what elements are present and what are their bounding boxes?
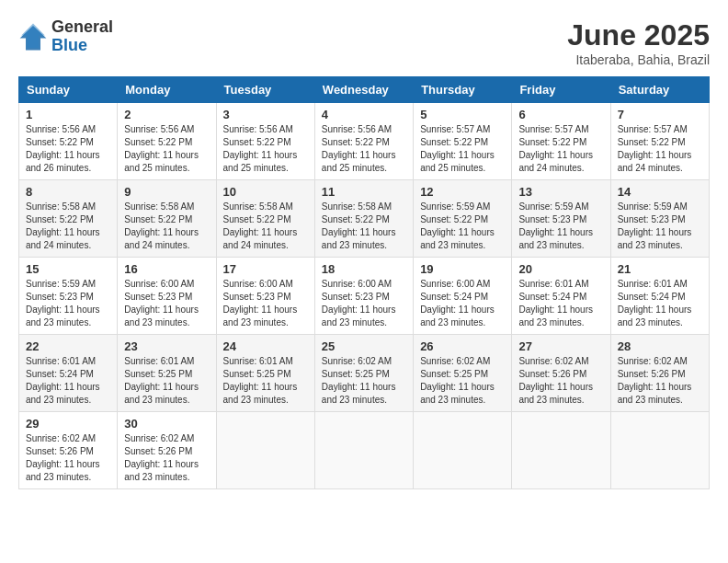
day-number: 5 [420,108,505,121]
day-info: Sunrise: 5:59 AMSunset: 5:22 PMDaylight:… [420,201,495,250]
calendar-cell: 7 Sunrise: 5:57 AMSunset: 5:22 PMDayligh… [610,103,709,180]
day-number: 7 [618,108,702,121]
day-info: Sunrise: 5:58 AMSunset: 5:22 PMDaylight:… [223,201,298,250]
day-number: 26 [420,339,505,353]
day-info: Sunrise: 5:56 AMSunset: 5:22 PMDaylight:… [223,124,298,173]
day-info: Sunrise: 5:59 AMSunset: 5:23 PMDaylight:… [26,279,100,327]
day-info: Sunrise: 6:02 AMSunset: 5:25 PMDaylight:… [322,356,396,405]
calendar-cell: 16 Sunrise: 6:00 AMSunset: 5:23 PMDaylig… [118,258,216,335]
calendar-cell: 12 Sunrise: 5:59 AMSunset: 5:22 PMDaylig… [414,180,512,258]
day-number: 18 [322,262,406,276]
day-number: 21 [618,262,702,276]
day-info: Sunrise: 5:57 AMSunset: 5:22 PMDaylight:… [420,124,495,173]
calendar-cell: 2 Sunrise: 5:56 AMSunset: 5:22 PMDayligh… [118,103,216,180]
calendar-cell: 3 Sunrise: 5:56 AMSunset: 5:22 PMDayligh… [216,103,314,180]
day-info: Sunrise: 6:01 AMSunset: 5:24 PMDaylight:… [518,279,593,327]
day-info: Sunrise: 6:01 AMSunset: 5:25 PMDaylight:… [223,356,298,405]
column-header-thursday: Thursday [414,77,512,103]
day-info: Sunrise: 6:02 AMSunset: 5:25 PMDaylight:… [420,356,495,405]
day-number: 9 [124,185,209,199]
day-info: Sunrise: 6:01 AMSunset: 5:25 PMDaylight:… [124,356,199,405]
calendar-cell: 8 Sunrise: 5:58 AMSunset: 5:22 PMDayligh… [19,180,118,258]
day-number: 12 [420,185,505,199]
day-number: 13 [518,185,603,199]
day-info: Sunrise: 5:59 AMSunset: 5:23 PMDaylight:… [518,201,593,250]
calendar-week-row: 8 Sunrise: 5:58 AMSunset: 5:22 PMDayligh… [19,180,710,258]
page-header: General Blue June 2025 Itaberaba, Bahia,… [18,18,710,67]
day-info: Sunrise: 5:56 AMSunset: 5:22 PMDaylight:… [124,124,199,173]
day-info: Sunrise: 6:02 AMSunset: 5:26 PMDaylight:… [26,433,100,482]
calendar-cell: 4 Sunrise: 5:56 AMSunset: 5:22 PMDayligh… [314,103,413,180]
calendar-week-row: 15 Sunrise: 5:59 AMSunset: 5:23 PMDaylig… [19,258,710,335]
day-info: Sunrise: 5:56 AMSunset: 5:22 PMDaylight:… [26,124,100,173]
calendar-header-row: SundayMondayTuesdayWednesdayThursdayFrid… [19,77,710,103]
calendar-cell: 10 Sunrise: 5:58 AMSunset: 5:22 PMDaylig… [216,180,314,258]
calendar-cell: 26 Sunrise: 6:02 AMSunset: 5:25 PMDaylig… [414,335,512,412]
day-number: 28 [618,339,702,353]
day-info: Sunrise: 5:56 AMSunset: 5:22 PMDaylight:… [322,124,396,173]
calendar-cell [216,412,314,489]
day-number: 17 [223,262,308,276]
calendar-cell: 30 Sunrise: 6:02 AMSunset: 5:26 PMDaylig… [118,412,216,489]
calendar-cell: 27 Sunrise: 6:02 AMSunset: 5:26 PMDaylig… [512,335,610,412]
day-number: 2 [124,108,209,121]
calendar-cell: 22 Sunrise: 6:01 AMSunset: 5:24 PMDaylig… [19,335,118,412]
day-info: Sunrise: 6:02 AMSunset: 5:26 PMDaylight:… [618,356,692,405]
day-number: 27 [518,339,603,353]
calendar-cell: 13 Sunrise: 5:59 AMSunset: 5:23 PMDaylig… [512,180,610,258]
calendar-cell: 18 Sunrise: 6:00 AMSunset: 5:23 PMDaylig… [314,258,413,335]
column-header-monday: Monday [118,77,216,103]
logo: General Blue [18,18,113,55]
calendar-cell [610,412,709,489]
logo-general-text: General [51,18,113,37]
calendar-week-row: 1 Sunrise: 5:56 AMSunset: 5:22 PMDayligh… [19,103,710,180]
day-number: 8 [26,185,110,199]
day-number: 4 [322,108,406,121]
day-info: Sunrise: 5:58 AMSunset: 5:22 PMDaylight:… [322,201,396,250]
calendar-cell: 17 Sunrise: 6:00 AMSunset: 5:23 PMDaylig… [216,258,314,335]
calendar-cell: 14 Sunrise: 5:59 AMSunset: 5:23 PMDaylig… [610,180,709,258]
calendar-cell: 15 Sunrise: 5:59 AMSunset: 5:23 PMDaylig… [19,258,118,335]
column-header-tuesday: Tuesday [216,77,314,103]
day-info: Sunrise: 6:02 AMSunset: 5:26 PMDaylight:… [124,433,199,482]
day-info: Sunrise: 5:57 AMSunset: 5:22 PMDaylight:… [618,124,692,173]
calendar-cell: 9 Sunrise: 5:58 AMSunset: 5:22 PMDayligh… [118,180,216,258]
calendar-cell: 6 Sunrise: 5:57 AMSunset: 5:22 PMDayligh… [512,103,610,180]
calendar-cell: 19 Sunrise: 6:00 AMSunset: 5:24 PMDaylig… [414,258,512,335]
day-info: Sunrise: 6:00 AMSunset: 5:23 PMDaylight:… [322,279,396,327]
month-title: June 2025 [567,18,710,52]
column-header-friday: Friday [512,77,610,103]
day-number: 6 [518,108,603,121]
day-number: 14 [618,185,702,199]
calendar-cell: 24 Sunrise: 6:01 AMSunset: 5:25 PMDaylig… [216,335,314,412]
day-number: 3 [223,108,308,121]
column-header-wednesday: Wednesday [314,77,413,103]
calendar-cell: 5 Sunrise: 5:57 AMSunset: 5:22 PMDayligh… [414,103,512,180]
title-area: June 2025 Itaberaba, Bahia, Brazil [567,18,710,67]
calendar-week-row: 29 Sunrise: 6:02 AMSunset: 5:26 PMDaylig… [19,412,710,489]
logo-blue-text: Blue [51,37,113,55]
day-info: Sunrise: 6:00 AMSunset: 5:23 PMDaylight:… [223,279,298,327]
logo-text: General Blue [51,18,113,55]
day-number: 20 [518,262,603,276]
day-number: 19 [420,262,505,276]
logo-icon [18,22,48,52]
calendar-cell: 20 Sunrise: 6:01 AMSunset: 5:24 PMDaylig… [512,258,610,335]
location-subtitle: Itaberaba, Bahia, Brazil [567,52,710,67]
calendar-cell: 29 Sunrise: 6:02 AMSunset: 5:26 PMDaylig… [19,412,118,489]
day-number: 22 [26,339,110,353]
day-number: 1 [26,108,110,121]
day-number: 24 [223,339,308,353]
calendar-week-row: 22 Sunrise: 6:01 AMSunset: 5:24 PMDaylig… [19,335,710,412]
day-info: Sunrise: 5:58 AMSunset: 5:22 PMDaylight:… [26,201,100,250]
day-number: 11 [322,185,406,199]
calendar-cell [512,412,610,489]
calendar-table: SundayMondayTuesdayWednesdayThursdayFrid… [18,76,710,489]
day-info: Sunrise: 6:00 AMSunset: 5:24 PMDaylight:… [420,279,495,327]
day-number: 30 [124,417,209,431]
calendar-cell: 21 Sunrise: 6:01 AMSunset: 5:24 PMDaylig… [610,258,709,335]
day-number: 10 [223,185,308,199]
day-info: Sunrise: 6:02 AMSunset: 5:26 PMDaylight:… [518,356,593,405]
day-info: Sunrise: 6:01 AMSunset: 5:24 PMDaylight:… [618,279,692,327]
day-info: Sunrise: 6:00 AMSunset: 5:23 PMDaylight:… [124,279,199,327]
